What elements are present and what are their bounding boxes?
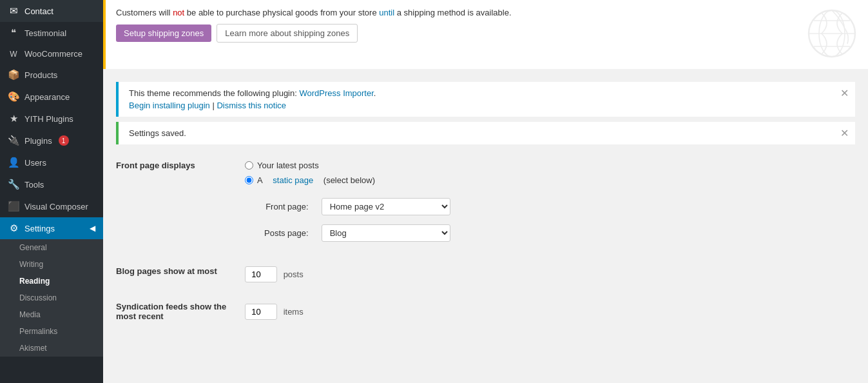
blog-show-row: Blog pages show at most 10 posts: [116, 257, 855, 292]
syndication-row: Syndication feeds show the most recent 1…: [116, 292, 855, 331]
plugin-notice-text: This theme recommends the following plug…: [129, 88, 845, 98]
blog-show-input[interactable]: 10: [245, 266, 277, 282]
syndication-cell: 10 items: [245, 292, 855, 331]
plugin-notice-close-button[interactable]: ✕: [840, 87, 849, 99]
begin-installing-link[interactable]: Begin installing plugin: [129, 101, 210, 110]
sidebar-item-yith-plugins[interactable]: ★ YITH Plugins: [0, 108, 103, 130]
plugins-badge: 1: [59, 135, 69, 146]
visual-composer-icon: ⬛: [8, 201, 19, 212]
shipping-globe-icon: [806, 8, 858, 61]
submenu-writing[interactable]: Writing: [0, 256, 103, 273]
blog-show-cell: 10 posts: [245, 257, 855, 292]
sidebar-item-tools[interactable]: 🔧 Tools: [0, 173, 103, 195]
sidebar-item-plugins[interactable]: 🔌 Plugins 1: [0, 130, 103, 152]
success-notice: Settings saved. ✕: [116, 122, 855, 144]
plugin-notice: This theme recommends the following plug…: [116, 82, 855, 117]
settings-submenu: General Writing Reading Discussion Media…: [0, 239, 103, 357]
submenu-general[interactable]: General: [0, 239, 103, 256]
front-page-select[interactable]: Home page v2Home pageAboutContactBlog: [322, 198, 450, 215]
sidebar-item-appearance[interactable]: 🎨 Appearance: [0, 86, 103, 108]
success-notice-close-button[interactable]: ✕: [840, 127, 849, 139]
settings-saved-text: Settings saved.: [129, 128, 845, 138]
submenu-akismet[interactable]: Akismet: [0, 340, 103, 357]
static-page-text-a: A: [257, 175, 263, 185]
shipping-notice-body: Customers will not be able to purchase p…: [116, 8, 798, 43]
submenu-permalinks[interactable]: Permalinks: [0, 323, 103, 340]
shipping-notice-text: Customers will not be able to purchase p…: [116, 8, 798, 17]
sidebar-item-settings[interactable]: ⚙ Settings ◀: [0, 217, 103, 239]
appearance-icon: 🎨: [8, 91, 19, 103]
front-page-options-cell: Your latest posts A static page (select …: [245, 151, 855, 257]
plugins-icon: 🔌: [8, 135, 19, 146]
latest-posts-radio[interactable]: [245, 161, 253, 170]
shipping-text-until: until: [379, 8, 394, 17]
sidebar-item-visual-composer[interactable]: ⬛ Visual Composer: [0, 195, 103, 217]
submenu-discussion[interactable]: Discussion: [0, 290, 103, 306]
reading-settings-form: Front page displays Your latest posts A …: [116, 151, 855, 331]
sidebar-item-woocommerce[interactable]: W WooCommerce: [0, 44, 103, 64]
syndication-input[interactable]: 10: [245, 304, 277, 320]
posts-page-select[interactable]: BlogPostsNews: [322, 224, 450, 242]
syndication-suffix: items: [284, 307, 304, 317]
sidebar: ✉ Contact ❝ Testimonial W WooCommerce 📦 …: [0, 0, 103, 383]
setup-shipping-button[interactable]: Setup shipping zones: [116, 25, 211, 42]
static-page-option: A static page (select below): [245, 175, 855, 185]
submenu-media[interactable]: Media: [0, 306, 103, 323]
syndication-label: Syndication feeds show the most recent: [116, 292, 245, 331]
plugin-notice-links: Begin installing plugin | Dismiss this n…: [129, 101, 845, 110]
front-page-select-row: Front page: Home page v2Home pageAboutCo…: [259, 194, 456, 219]
sidebar-item-products[interactable]: 📦 Products: [0, 64, 103, 86]
contact-icon: ✉: [8, 5, 19, 17]
products-icon: 📦: [8, 69, 19, 81]
posts-page-select-row: Posts page: BlogPostsNews: [259, 221, 456, 246]
front-page-select-label: Front page:: [259, 194, 315, 219]
page-selects-table: Front page: Home page v2Home pageAboutCo…: [258, 193, 457, 247]
settings-icon: ⚙: [8, 222, 19, 234]
yith-icon: ★: [8, 113, 19, 124]
wordpress-importer-link[interactable]: WordPress Importer: [299, 88, 373, 98]
latest-posts-label: Your latest posts: [257, 161, 319, 170]
submenu-reading[interactable]: Reading: [0, 273, 103, 290]
latest-posts-option: Your latest posts: [245, 161, 855, 170]
testimonial-icon: ❝: [8, 27, 19, 39]
woocommerce-icon: W: [8, 50, 19, 59]
shipping-text-not: not: [173, 8, 184, 17]
learn-more-shipping-button[interactable]: Learn more about shipping zones: [217, 24, 358, 43]
shipping-notice: Customers will not be able to purchase p…: [103, 0, 868, 69]
static-page-suffix: (select below): [323, 175, 375, 185]
reading-form-table: Front page displays Your latest posts A …: [116, 151, 855, 331]
users-icon: 👤: [8, 157, 19, 168]
sidebar-item-users[interactable]: 👤 Users: [0, 152, 103, 173]
posts-page-select-label: Posts page:: [259, 221, 315, 246]
sidebar-item-contact[interactable]: ✉ Contact: [0, 0, 103, 22]
shipping-notice-actions: Setup shipping zones Learn more about sh…: [116, 24, 798, 43]
blog-show-label: Blog pages show at most: [116, 257, 245, 292]
front-page-select-cell: Home page v2Home pageAboutContactBlog: [316, 194, 456, 219]
dismiss-notice-link[interactable]: Dismiss this notice: [217, 101, 286, 110]
sidebar-item-testimonial[interactable]: ❝ Testimonial: [0, 22, 103, 44]
front-page-row: Front page displays Your latest posts A …: [116, 151, 855, 257]
static-page-link[interactable]: static page: [273, 175, 313, 185]
settings-arrow-icon: ◀: [90, 224, 95, 233]
content-area: This theme recommends the following plug…: [103, 69, 868, 339]
static-page-radio[interactable]: [245, 176, 253, 184]
main-content: Customers will not be able to purchase p…: [103, 0, 868, 383]
posts-page-select-cell: BlogPostsNews: [316, 221, 456, 246]
tools-icon: 🔧: [8, 179, 19, 190]
front-page-label: Front page displays: [116, 151, 245, 257]
blog-show-suffix: posts: [284, 270, 304, 279]
